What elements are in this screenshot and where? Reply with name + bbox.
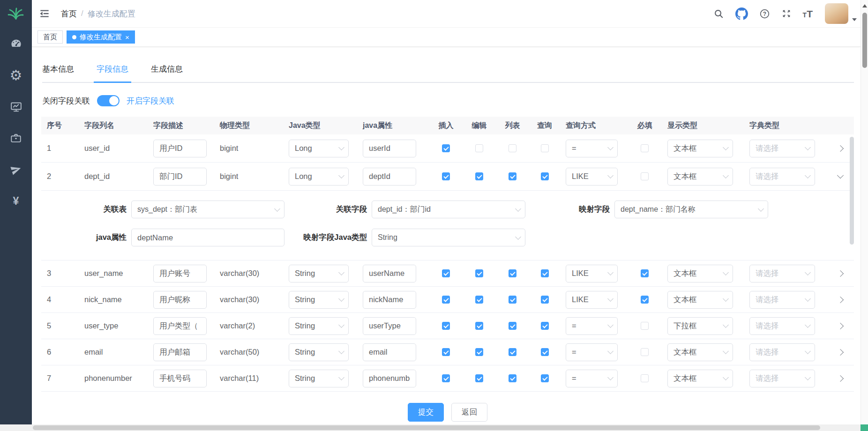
- java-prop-input[interactable]: [363, 317, 416, 335]
- query-type-select[interactable]: LIKE: [566, 168, 618, 186]
- tab-2[interactable]: 生成信息: [151, 64, 183, 82]
- dict-type-select[interactable]: 请选择: [749, 343, 815, 361]
- display-type-select[interactable]: 文本框: [667, 370, 733, 387]
- edit-checkbox[interactable]: [475, 144, 483, 152]
- horizontal-scrollbar-thumb[interactable]: [33, 425, 820, 430]
- insert-checkbox[interactable]: [442, 172, 450, 180]
- required-checkbox[interactable]: [641, 172, 649, 180]
- vertical-scrollbar-thumb[interactable]: [862, 13, 867, 68]
- edit-checkbox[interactable]: [475, 374, 483, 382]
- insert-checkbox[interactable]: [442, 296, 450, 304]
- java-type-select[interactable]: Long: [289, 168, 349, 186]
- edit-checkbox[interactable]: [475, 348, 483, 356]
- submit-button[interactable]: 提交: [408, 403, 444, 422]
- field-desc-input[interactable]: [153, 168, 207, 186]
- tab-1[interactable]: 字段信息: [97, 64, 128, 82]
- help-icon[interactable]: ?: [759, 8, 770, 19]
- field-relation-switch[interactable]: [97, 95, 120, 106]
- relation-field-select[interactable]: dept_id：部门id: [372, 201, 525, 218]
- display-type-select[interactable]: 文本框: [667, 265, 733, 282]
- list-checkbox[interactable]: [509, 144, 516, 152]
- display-type-select[interactable]: 下拉框: [667, 317, 733, 335]
- field-desc-input[interactable]: [153, 140, 207, 157]
- github-icon[interactable]: [735, 7, 748, 20]
- query-checkbox[interactable]: [541, 296, 549, 304]
- font-size-icon[interactable]: TT: [803, 9, 813, 19]
- relation-table-select[interactable]: sys_dept：部门表: [131, 201, 284, 218]
- insert-checkbox[interactable]: [442, 348, 450, 356]
- display-type-select[interactable]: 文本框: [667, 291, 733, 309]
- search-icon[interactable]: [713, 8, 724, 19]
- query-type-select[interactable]: =: [566, 343, 618, 361]
- caret-down-icon[interactable]: [852, 18, 857, 21]
- edit-checkbox[interactable]: [475, 296, 483, 304]
- table-scrollbar-thumb[interactable]: [850, 137, 854, 245]
- sidebar-item-gear-icon[interactable]: ⚙: [0, 69, 32, 82]
- expand-row-button[interactable]: [837, 322, 844, 329]
- insert-checkbox[interactable]: [442, 322, 450, 330]
- dict-type-select[interactable]: 请选择: [749, 291, 815, 309]
- query-checkbox[interactable]: [541, 374, 549, 382]
- java-type-select[interactable]: String: [289, 343, 349, 361]
- page-horizontal-scrollbar[interactable]: [0, 424, 861, 431]
- query-checkbox[interactable]: [541, 348, 549, 356]
- edit-checkbox[interactable]: [475, 269, 483, 277]
- query-type-select[interactable]: =: [566, 317, 618, 335]
- java-prop-input[interactable]: [363, 343, 416, 361]
- page-vertical-scrollbar[interactable]: [861, 0, 868, 424]
- dict-type-select[interactable]: 请选择: [749, 140, 815, 157]
- tag-0[interactable]: 首页: [37, 30, 63, 44]
- java-type-select[interactable]: String: [289, 317, 349, 335]
- query-checkbox[interactable]: [541, 269, 549, 277]
- java-prop-input[interactable]: [363, 168, 416, 186]
- query-type-select[interactable]: =: [566, 140, 618, 157]
- list-checkbox[interactable]: [509, 296, 516, 304]
- java-prop-input[interactable]: [363, 265, 416, 282]
- java-type-select[interactable]: String: [289, 370, 349, 387]
- mapping-field-select[interactable]: dept_name：部门名称: [614, 201, 768, 218]
- display-type-select[interactable]: 文本框: [667, 168, 733, 186]
- java-prop-input[interactable]: [363, 140, 416, 157]
- breadcrumb-home[interactable]: 首页: [61, 8, 77, 19]
- expand-row-button[interactable]: [837, 349, 844, 355]
- java-type-select[interactable]: String: [289, 265, 349, 282]
- insert-checkbox[interactable]: [442, 144, 450, 152]
- required-checkbox[interactable]: [641, 144, 649, 152]
- required-checkbox[interactable]: [641, 322, 649, 330]
- required-checkbox[interactable]: [641, 348, 649, 356]
- dict-type-select[interactable]: 请选择: [749, 265, 815, 282]
- field-desc-input[interactable]: [153, 370, 207, 387]
- required-checkbox[interactable]: [641, 296, 649, 304]
- app-logo-icon[interactable]: [0, 0, 32, 27]
- list-checkbox[interactable]: [509, 172, 516, 180]
- insert-checkbox[interactable]: [442, 374, 450, 382]
- tag-active[interactable]: 修改生成配置×: [67, 30, 135, 44]
- required-checkbox[interactable]: [641, 269, 649, 277]
- fullscreen-icon[interactable]: [781, 8, 792, 19]
- edit-checkbox[interactable]: [475, 322, 483, 330]
- query-checkbox[interactable]: [541, 144, 549, 152]
- query-type-select[interactable]: =: [566, 370, 618, 387]
- edit-checkbox[interactable]: [475, 172, 483, 180]
- list-checkbox[interactable]: [509, 374, 516, 382]
- sidebar-item-briefcase-icon[interactable]: [0, 132, 32, 145]
- hamburger-icon[interactable]: [38, 7, 51, 20]
- insert-checkbox[interactable]: [442, 269, 450, 277]
- query-type-select[interactable]: LIKE: [566, 265, 618, 282]
- display-type-select[interactable]: 文本框: [667, 140, 733, 157]
- list-checkbox[interactable]: [509, 269, 516, 277]
- sidebar-item-paper-plane-icon[interactable]: [0, 163, 32, 176]
- panel-java-prop-input[interactable]: [131, 229, 284, 246]
- scroll-up-icon[interactable]: [862, 4, 867, 7]
- field-desc-input[interactable]: [153, 265, 207, 282]
- java-type-select[interactable]: String: [289, 291, 349, 309]
- java-type-select[interactable]: Long: [289, 140, 349, 157]
- query-checkbox[interactable]: [541, 172, 549, 180]
- field-desc-input[interactable]: [153, 291, 207, 309]
- sidebar-item-money-icon[interactable]: ¥: [0, 194, 32, 208]
- expand-row-button[interactable]: [837, 375, 844, 381]
- expand-row-button[interactable]: [837, 296, 844, 303]
- back-button[interactable]: 返回: [451, 403, 487, 422]
- required-checkbox[interactable]: [641, 374, 649, 382]
- display-type-select[interactable]: 文本框: [667, 343, 733, 361]
